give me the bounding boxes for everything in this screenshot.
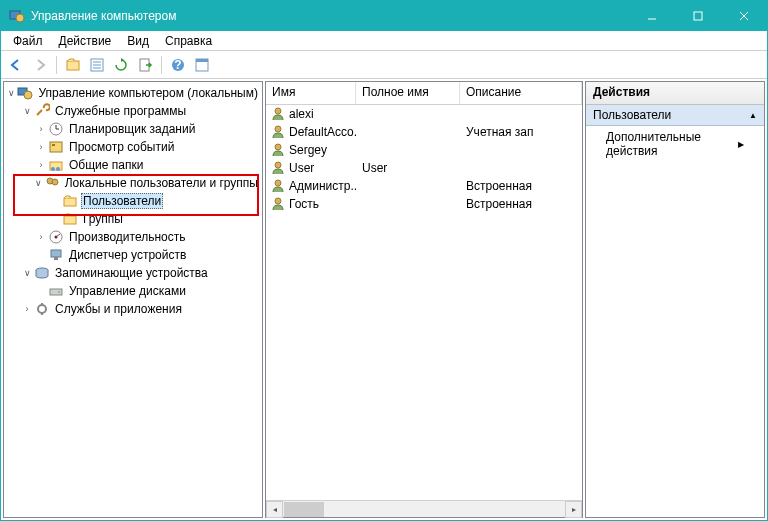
menu-action[interactable]: Действие xyxy=(51,32,120,50)
list-row[interactable]: Sergey xyxy=(266,141,582,159)
cell-name: Администр... xyxy=(289,179,356,193)
svg-point-43 xyxy=(275,144,281,150)
tree-label: Запоминающие устройства xyxy=(53,265,210,281)
tree-diskmgmt[interactable]: Управление дисками xyxy=(6,282,260,300)
list-row[interactable]: alexi xyxy=(266,105,582,123)
tree-label: Производительность xyxy=(67,229,187,245)
actions-section-label: Пользователи xyxy=(593,108,671,122)
minimize-button[interactable] xyxy=(629,1,675,31)
tree-scheduler[interactable]: › Планировщик заданий xyxy=(6,120,260,138)
scroll-left-button[interactable]: ◂ xyxy=(266,501,283,518)
folder-icon xyxy=(62,193,78,209)
svg-point-46 xyxy=(275,198,281,204)
user-icon xyxy=(270,196,286,212)
event-icon xyxy=(48,139,64,155)
refresh-button[interactable] xyxy=(110,54,132,76)
tree-label: Управление компьютером (локальным) xyxy=(36,85,260,101)
list-row[interactable]: UserUser xyxy=(266,159,582,177)
shared-folder-icon xyxy=(48,157,64,173)
maximize-button[interactable] xyxy=(675,1,721,31)
expander-icon[interactable]: ∨ xyxy=(34,178,44,188)
svg-point-41 xyxy=(275,108,281,114)
scroll-thumb[interactable] xyxy=(284,502,324,517)
view-options-button[interactable] xyxy=(191,54,213,76)
tree-storage[interactable]: ∨ Запоминающие устройства xyxy=(6,264,260,282)
cell-name: User xyxy=(289,161,314,175)
services-icon xyxy=(34,301,50,317)
tree-pane[interactable]: ∨ Управление компьютером (локальным) ∨ С… xyxy=(3,81,263,518)
computer-mgmt-icon xyxy=(17,85,33,101)
export-button[interactable] xyxy=(134,54,156,76)
expander-icon[interactable]: › xyxy=(34,124,48,134)
cell-name: Sergey xyxy=(289,143,327,157)
menubar: Файл Действие Вид Справка xyxy=(1,31,767,51)
expander-icon[interactable]: ∨ xyxy=(20,106,34,116)
col-desc[interactable]: Описание xyxy=(460,82,582,104)
tree-label: Пользователи xyxy=(81,193,163,209)
tree-performance[interactable]: › Производительность xyxy=(6,228,260,246)
list-body[interactable]: alexiDefaultAcco...Учетная запSergeyUser… xyxy=(266,105,582,500)
tree-users[interactable]: Пользователи xyxy=(6,192,260,210)
tree-root[interactable]: ∨ Управление компьютером (локальным) xyxy=(6,84,260,102)
tree-system-tools[interactable]: ∨ Служебные программы xyxy=(6,102,260,120)
toolbar-separator xyxy=(56,56,57,74)
horizontal-scrollbar[interactable]: ◂ ▸ xyxy=(266,500,582,517)
cell-fullname: User xyxy=(356,161,460,175)
expander-icon[interactable]: › xyxy=(34,232,48,242)
list-header: Имя Полное имя Описание xyxy=(266,82,582,105)
svg-rect-6 xyxy=(67,61,79,70)
col-fullname[interactable]: Полное имя xyxy=(356,82,460,104)
toolbar: ? xyxy=(1,51,767,79)
svg-rect-21 xyxy=(50,142,62,152)
tree-localusers[interactable]: ∨ Локальные пользователи и группы xyxy=(6,174,260,192)
tree-label: Диспетчер устройств xyxy=(67,247,188,263)
list-row[interactable]: DefaultAcco...Учетная зап xyxy=(266,123,582,141)
col-name[interactable]: Имя xyxy=(266,82,356,104)
svg-point-42 xyxy=(275,126,281,132)
cell-desc: Встроенная xyxy=(460,197,582,211)
expander-icon[interactable]: › xyxy=(34,160,48,170)
back-button[interactable] xyxy=(5,54,27,76)
svg-rect-40 xyxy=(41,312,43,315)
forward-button[interactable] xyxy=(29,54,51,76)
more-actions[interactable]: Дополнительные действия ▶ xyxy=(586,126,764,162)
cell-name: Гость xyxy=(289,197,319,211)
tree-label: Управление дисками xyxy=(67,283,188,299)
list-pane: Имя Полное имя Описание alexiDefaultAcco… xyxy=(265,81,583,518)
tree-services[interactable]: › Службы и приложения xyxy=(6,300,260,318)
tree-eventviewer[interactable]: › Просмотр событий xyxy=(6,138,260,156)
close-button[interactable] xyxy=(721,1,767,31)
content-area: ∨ Управление компьютером (локальным) ∨ С… xyxy=(1,79,767,520)
menu-file[interactable]: Файл xyxy=(5,32,51,50)
help-button[interactable]: ? xyxy=(167,54,189,76)
svg-point-1 xyxy=(16,14,24,22)
expander-icon[interactable]: › xyxy=(20,304,34,314)
scroll-right-button[interactable]: ▸ xyxy=(565,501,582,518)
svg-point-27 xyxy=(52,179,58,185)
svg-point-44 xyxy=(275,162,281,168)
tree-groups[interactable]: Группы xyxy=(6,210,260,228)
user-icon xyxy=(270,178,286,194)
properties-button[interactable] xyxy=(86,54,108,76)
menu-help[interactable]: Справка xyxy=(157,32,220,50)
actions-pane: Действия Пользователи ▲ Дополнительные д… xyxy=(585,81,765,518)
expander-icon[interactable]: ∨ xyxy=(20,268,34,278)
tree-shared[interactable]: › Общие папки xyxy=(6,156,260,174)
disk-icon xyxy=(48,283,64,299)
svg-point-17 xyxy=(24,91,32,99)
actions-section[interactable]: Пользователи ▲ xyxy=(586,105,764,126)
tree-devmgr[interactable]: Диспетчер устройств xyxy=(6,246,260,264)
svg-point-24 xyxy=(51,167,55,171)
menu-view[interactable]: Вид xyxy=(119,32,157,50)
list-row[interactable]: Администр...Встроенная xyxy=(266,177,582,195)
cell-desc: Встроенная xyxy=(460,179,582,193)
tree-label: Службы и приложения xyxy=(53,301,184,317)
toolbar-separator xyxy=(161,56,162,74)
expander-icon[interactable]: › xyxy=(34,142,48,152)
list-row[interactable]: ГостьВстроенная xyxy=(266,195,582,213)
up-button[interactable] xyxy=(62,54,84,76)
expander-icon[interactable]: ∨ xyxy=(6,88,17,98)
chevron-right-icon: ▶ xyxy=(738,140,744,149)
cell-name: DefaultAcco... xyxy=(289,125,356,139)
scroll-track[interactable] xyxy=(283,501,565,517)
